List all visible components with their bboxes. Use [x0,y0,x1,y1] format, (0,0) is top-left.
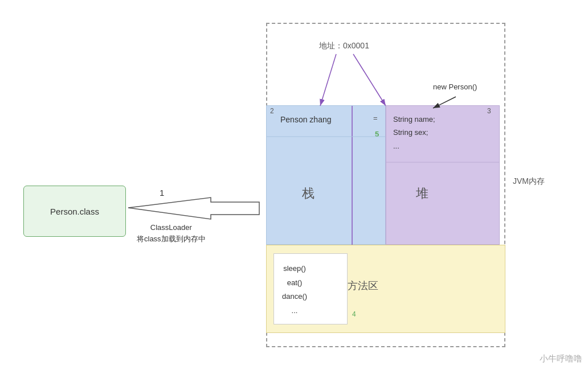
watermark: 小牛呼噜噜 [540,353,582,364]
person-class-label: Person.class [50,207,99,216]
new-person-label: new Person() [433,83,477,91]
method-inner-text: sleep() eat() dance() ... [282,262,307,318]
address-label: 地址：0x0001 [319,41,369,51]
main-arrow [128,198,259,219]
equals-sign: = [373,114,378,122]
jvm-label: JVM内存 [513,176,545,187]
classloader-text: ClassLoader 将class加载到内存中 [137,222,206,244]
heap-num: 3 [487,107,491,115]
equals-value: 5 [375,130,379,138]
method-area-label: 方法区 [348,279,378,293]
diagram: Person.class 1 ClassLoader 将class加载到内存中 … [0,0,588,370]
heap-label: 堆 [416,185,428,202]
person-class-box: Person.class [23,186,126,237]
arrow-1-label: 1 [160,188,164,198]
method-area-num: 4 [352,310,356,318]
stack-num: 2 [270,107,274,115]
heap-top-text: String name; String sex; ... [393,113,435,153]
stack-label: 栈 [302,185,315,202]
stack-area [266,105,386,245]
stack-top-text: Penson zhang [280,115,332,124]
